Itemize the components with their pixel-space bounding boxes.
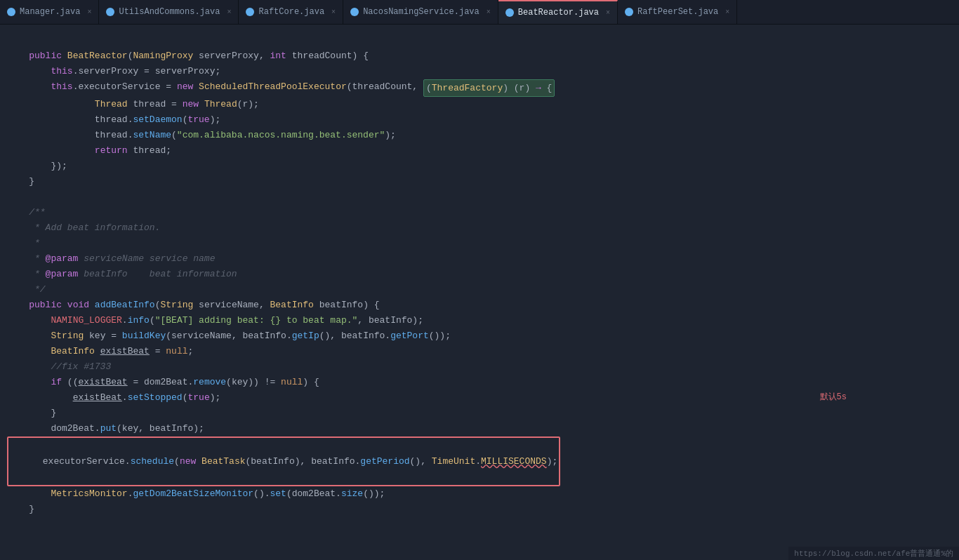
code-line-25: }: [0, 406, 959, 421]
tab-utils[interactable]: UtilsAndCommons.java ×: [99, 0, 239, 24]
code-line-27: executorService.schedule(new BeatTask(be…: [0, 436, 959, 486]
tab-close-beatreactor[interactable]: ×: [606, 9, 610, 17]
code-line-13: * Add beat information.: [0, 220, 959, 236]
tab-raftcore[interactable]: RaftCore.java ×: [239, 0, 343, 24]
code-line-18: public void addBeatInfo(String serviceNa…: [0, 298, 959, 313]
footer-link: https://blog.csdn.net/afe普普通通%的: [788, 547, 959, 560]
tab-label-raftpeerset: RaftPeerSet.java: [637, 7, 718, 17]
code-line-1: [0, 33, 959, 48]
tab-label-utils: UtilsAndCommons.java: [119, 7, 220, 17]
tab-icon-raftcore: [246, 8, 254, 16]
code-line-4: this.executorService = new ScheduledThre…: [0, 79, 959, 97]
tab-bar: Manager.java × UtilsAndCommons.java × Ra…: [0, 0, 959, 25]
code-editor[interactable]: public BeatReactor(NamingProxy serverPro…: [0, 25, 959, 560]
tab-icon-beatreactor: [505, 8, 514, 17]
code-line-15: * @param serviceName service name: [0, 251, 959, 267]
code-line-8: return thread;: [0, 143, 959, 159]
tab-icon-manager: [7, 8, 15, 16]
code-line-26: dom2Beat.put(key, beatInfo);: [0, 421, 959, 436]
code-line-16: * @param beatInfo beat information: [0, 267, 959, 282]
code-line-2: public BeatReactor(NamingProxy serverPro…: [0, 48, 959, 64]
code-line-23: if ((existBeat = dom2Beat.remove(key)) !…: [0, 375, 959, 390]
code-line-19: NAMING_LOGGER.info("[BEAT] adding beat: …: [0, 313, 959, 328]
code-line-5: Thread thread = new Thread(r);: [0, 97, 959, 112]
tab-label-nacos: NacosNamingService.java: [363, 7, 479, 17]
code-line-9: });: [0, 159, 959, 174]
code-line-21: BeatInfo existBeat = null;: [0, 344, 959, 359]
tab-raftpeerset[interactable]: RaftPeerSet.java ×: [618, 0, 737, 24]
tab-icon-raftpeerset: [625, 8, 633, 16]
code-line-7: thread.setName("com.alibaba.nacos.naming…: [0, 128, 959, 143]
code-line-6: thread.setDaemon(true);: [0, 112, 959, 128]
tab-label-manager: Manager.java: [20, 7, 80, 17]
tab-label-raftcore: RaftCore.java: [258, 7, 324, 17]
tab-close-utils[interactable]: ×: [227, 8, 231, 16]
code-line-14: *: [0, 236, 959, 251]
tab-icon-utils: [106, 8, 114, 16]
tab-icon-nacos: [350, 8, 359, 16]
code-line-20: String key = buildKey(serviceName, beatI…: [0, 328, 959, 344]
tab-close-manager[interactable]: ×: [87, 8, 91, 16]
tab-close-nacos[interactable]: ×: [487, 8, 491, 16]
tab-close-raftpeerset[interactable]: ×: [725, 8, 729, 16]
code-line-29: }: [0, 502, 959, 517]
code-line-24: existBeat.setStopped(true); 默认5s: [0, 390, 959, 406]
highlighted-line-27: executorService.schedule(new BeatTask(be…: [7, 436, 560, 486]
tab-nacos[interactable]: NacosNamingService.java ×: [343, 0, 498, 24]
code-line-17: */: [0, 282, 959, 298]
code-line-22: //fix #1733: [0, 359, 959, 375]
tab-label-beatreactor: BeatReactor.java: [518, 8, 599, 18]
code-line-3: this.serverProxy = serverProxy;: [0, 64, 959, 79]
tab-manager[interactable]: Manager.java ×: [0, 0, 99, 24]
code-line-11: [0, 189, 959, 205]
code-line-10: }: [0, 174, 959, 189]
tab-beatreactor[interactable]: BeatReactor.java ×: [498, 0, 618, 24]
tab-close-raftcore[interactable]: ×: [331, 8, 336, 16]
code-line-12: /**: [0, 205, 959, 220]
code-line-28: MetricsMonitor.getDom2BeatSizeMonitor().…: [0, 486, 959, 502]
tooltip-default5s: 默认5s: [820, 391, 847, 405]
